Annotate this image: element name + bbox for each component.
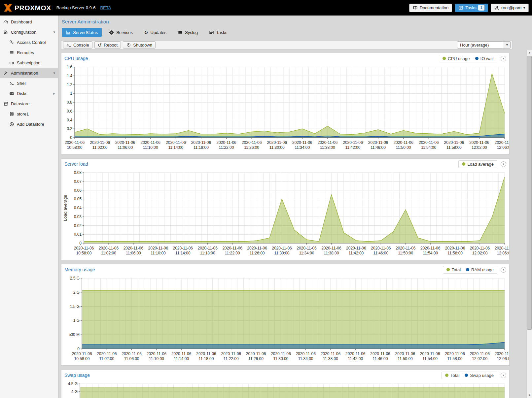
svg-text:11:14:00: 11:14:00 (168, 145, 183, 150)
svg-text:2020-11-06: 2020-11-06 (368, 140, 388, 145)
svg-text:2020-11-06: 2020-11-06 (222, 246, 242, 250)
panel-header: Swap usage Total Swap usage ▾ (61, 370, 509, 381)
list-icon (9, 50, 14, 55)
sidebar-item-remotes[interactable]: Remotes (0, 48, 58, 58)
archive-icon (3, 101, 8, 106)
gear-icon (3, 30, 8, 35)
svg-text:11:50:00: 11:50:00 (396, 145, 411, 150)
svg-text:2020-11-06: 2020-11-06 (346, 246, 366, 250)
scrollbar-thumb[interactable] (527, 56, 532, 330)
tab-services[interactable]: Services (105, 28, 137, 37)
svg-text:2020-11-06: 2020-11-06 (122, 351, 142, 356)
sidebar-item-datastore[interactable]: Datastore (0, 99, 58, 109)
tab-label: Services (116, 30, 133, 35)
collapse-panel-button[interactable]: ▾ (501, 56, 506, 61)
console-button[interactable]: Console (63, 41, 92, 49)
svg-text:4.5 G: 4.5 G (68, 381, 78, 386)
sidebar-item-shell[interactable]: Shell (0, 78, 58, 88)
timeframe-select[interactable]: Hour (average) ▼ (457, 41, 511, 49)
legend-label: Total (450, 373, 459, 378)
timeframe-value: Hour (average) (457, 43, 504, 48)
tasks-label: Tasks (465, 5, 476, 10)
svg-text:11:54:00: 11:54:00 (422, 356, 438, 361)
user-menu-button[interactable]: root@pam ▾ (491, 4, 529, 12)
documentation-label: Documentation (420, 5, 448, 10)
svg-text:12:02:00: 12:02:00 (472, 356, 487, 361)
gauge-icon (3, 19, 8, 24)
sidebar-item-add-datastore[interactable]: Add Datastore (0, 119, 58, 129)
svg-text:0.01: 0.01 (74, 232, 82, 237)
sidebar-item-label: Subscription (17, 60, 41, 65)
wrench-icon (3, 71, 8, 76)
svg-text:2020-11-06: 2020-11-06 (419, 140, 439, 145)
documentation-button[interactable]: Documentation (409, 4, 452, 12)
panel-header: CPU usage CPU usage IO wait ▾ (61, 53, 509, 64)
svg-text:0.4: 0.4 (67, 118, 72, 122)
svg-text:1.5 G: 1.5 G (70, 304, 80, 309)
collapse-panel-button[interactable]: ▾ (501, 373, 506, 378)
svg-text:11:22:00: 11:22:00 (225, 251, 240, 255)
svg-text:1.6: 1.6 (67, 65, 72, 69)
collapse-panel-button[interactable]: ▾ (501, 267, 506, 273)
svg-text:2020-11-06: 2020-11-06 (370, 351, 390, 356)
sidebar-item-label: Add Datastore (17, 122, 44, 127)
tab-tasks[interactable]: Tasks (205, 28, 231, 37)
list-alt-icon (209, 30, 214, 35)
sidebar-item-administration[interactable]: Administration ▾ (0, 68, 58, 78)
sidebar-item-subscription[interactable]: Subscription (0, 58, 58, 68)
sidebar-item-store1[interactable]: store1 (0, 109, 58, 119)
svg-text:2020-11-06: 2020-11-06 (420, 351, 440, 356)
svg-text:11:30:00: 11:30:00 (274, 251, 290, 255)
sidebar-item-label: Configuration (11, 30, 36, 35)
svg-text:1 G: 1 G (73, 318, 80, 323)
svg-text:11:10:00: 11:10:00 (143, 145, 158, 150)
brand-name: PROXMOX (15, 4, 51, 12)
key-icon (9, 40, 14, 45)
scrollbar-up-arrow[interactable]: ▲ (527, 50, 532, 55)
tab-serverstatus[interactable]: ServerStatus (62, 28, 102, 37)
memory-usage-chart: 0500 M1 G1.5 G2 G2.5 G2020-11-0610:58:00… (62, 275, 509, 364)
sidebar-item-label: Shell (17, 81, 26, 86)
collapse-panel-button[interactable]: ▾ (501, 161, 506, 167)
svg-text:2020-11-06: 2020-11-06 (147, 351, 167, 356)
svg-text:2020-11-06: 2020-11-06 (97, 351, 117, 356)
svg-text:0.08: 0.08 (74, 170, 82, 175)
sidebar-item-dashboard[interactable]: Dashboard (0, 17, 58, 27)
scrollbar-down-arrow[interactable]: ▼ (527, 392, 532, 398)
chevron-down-icon: ▼ (506, 43, 509, 47)
legend-swatch-green (443, 57, 446, 60)
svg-text:2020-11-06: 2020-11-06 (124, 246, 144, 250)
svg-text:11:26:00: 11:26:00 (250, 251, 265, 255)
legend-label: Total (452, 267, 461, 272)
sidebar-item-disks[interactable]: Disks ▸ (0, 88, 58, 99)
beta-link[interactable]: BETA (100, 5, 111, 10)
svg-text:10:58:00: 10:58:00 (67, 145, 83, 150)
combo-trigger[interactable]: ▼ (504, 42, 510, 48)
svg-text:0.06: 0.06 (74, 188, 82, 193)
svg-text:2020-11-06: 2020-11-06 (148, 246, 168, 250)
sidebar-item-label: Access Control (17, 40, 46, 45)
tab-updates[interactable]: ↻ Updates (140, 28, 170, 37)
svg-text:11:18:00: 11:18:00 (199, 356, 214, 361)
svg-text:2020-11-06: 2020-11-06 (74, 246, 94, 250)
svg-text:2020-11-06: 2020-11-06 (115, 140, 135, 145)
sidebar-item-access-control[interactable]: Access Control (0, 37, 58, 48)
svg-text:11:42:00: 11:42:00 (345, 145, 361, 150)
svg-text:1.2: 1.2 (67, 83, 72, 87)
shutdown-label: Shutdown (133, 43, 152, 48)
panel-title: Swap usage (64, 373, 90, 378)
svg-text:2.5 G: 2.5 G (70, 276, 80, 281)
vertical-scrollbar[interactable]: ▲ ▼ (526, 50, 532, 398)
tasks-button[interactable]: Tasks 1 (455, 4, 488, 12)
svg-text:0.02: 0.02 (74, 223, 82, 228)
svg-text:2020-11-06: 2020-11-06 (99, 246, 119, 250)
svg-text:2020-11-06: 2020-11-06 (321, 246, 341, 250)
reboot-button[interactable]: ↺ Reboot (94, 41, 121, 49)
tab-syslog[interactable]: Syslog (174, 28, 202, 37)
top-header-bar: PROXMOX Backup Server 0.9-6 BETA Documen… (0, 0, 532, 16)
svg-text:2020-11-06: 2020-11-06 (292, 140, 312, 145)
svg-text:1.4: 1.4 (67, 74, 72, 78)
legend-swatch-blue (466, 268, 469, 271)
shutdown-button[interactable]: Shutdown (123, 41, 156, 49)
sidebar-item-configuration[interactable]: Configuration ▾ (0, 27, 58, 37)
